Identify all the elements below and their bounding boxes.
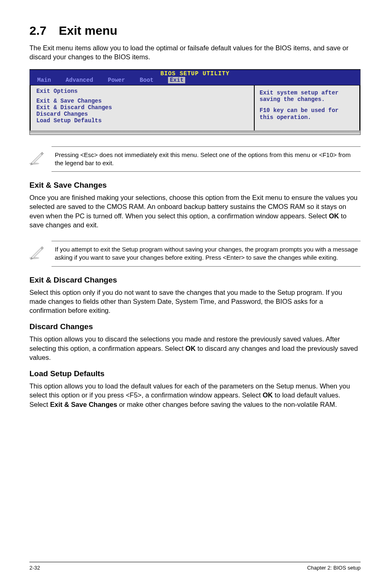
bios-title: BIOS SETUP UTILITY [30,70,360,77]
bios-body: Exit Options Exit & Save Changes Exit & … [30,85,360,130]
section-discard-paragraph: This option allows you to discard the se… [29,334,361,362]
text-segment: or make other changes before saving the … [117,401,337,408]
bios-tab-boot[interactable]: Boot [140,77,154,83]
intro-paragraph: The Exit menu items allow you to load th… [29,43,361,62]
bios-tabs: Main Advanced Power Boot Exit [30,77,360,85]
note-2-text: If you attempt to exit the Setup program… [55,246,358,261]
section-load-defaults-heading: Load Setup Defaults [29,369,361,378]
note-1-text: Pressing <Esc> does not immediately exit… [55,151,351,166]
bios-tab-main[interactable]: Main [37,77,51,83]
bios-item-exit-save[interactable]: Exit & Save Changes [36,98,249,104]
bios-tab-advanced[interactable]: Advanced [66,77,93,83]
bios-shadow [30,130,360,135]
bios-left-pane: Exit Options Exit & Save Changes Exit & … [30,85,255,130]
note-block-1: Pressing <Esc> does not immediately exit… [52,146,361,172]
bios-item-exit-discard[interactable]: Exit & Discard Changes [36,104,249,111]
section-save-paragraph: Once you are finished making your select… [29,193,361,229]
page-number: 2-32 [29,565,40,571]
pencil-note-icon [28,149,45,166]
bios-tab-power[interactable]: Power [108,77,125,83]
bios-item-load-defaults[interactable]: Load Setup Defaults [36,117,249,124]
text-segment: Once you are finished making your select… [29,194,358,220]
bios-tab-exit[interactable]: Exit [168,77,185,83]
page-heading: 2.7 Exit menu [29,24,361,38]
section-load-defaults-paragraph: This option allows you to load the defau… [29,382,361,409]
chapter-label: Chapter 2: BIOS setup [307,565,361,571]
bios-section-label: Exit Options [36,88,249,94]
page-footer: 2-32 Chapter 2: BIOS setup [29,562,361,571]
section-discard-exit-heading: Exit & Discard Changes [29,276,361,285]
bios-item-discard[interactable]: Discard Changes [36,111,249,117]
pencil-note-icon [28,244,45,261]
bios-help-text-1: Exit system setup after saving the chang… [260,90,354,103]
ok-label: OK [262,391,273,399]
section-save-heading: Exit & Save Changes [29,181,361,190]
note-block-2: If you attempt to exit the Setup program… [52,241,361,267]
bios-help-text-2: F10 key can be used for this operation. [260,107,354,121]
section-discard-heading: Discard Changes [29,322,361,331]
bios-panel: BIOS SETUP UTILITY Main Advanced Power B… [29,69,361,135]
bios-help-pane: Exit system setup after saving the chang… [255,85,360,130]
exit-save-label: Exit & Save Changes [50,401,117,408]
ok-label: OK [186,345,196,352]
section-discard-exit-paragraph: Select this option only if you do not wa… [29,288,361,315]
ok-label: OK [329,212,339,220]
